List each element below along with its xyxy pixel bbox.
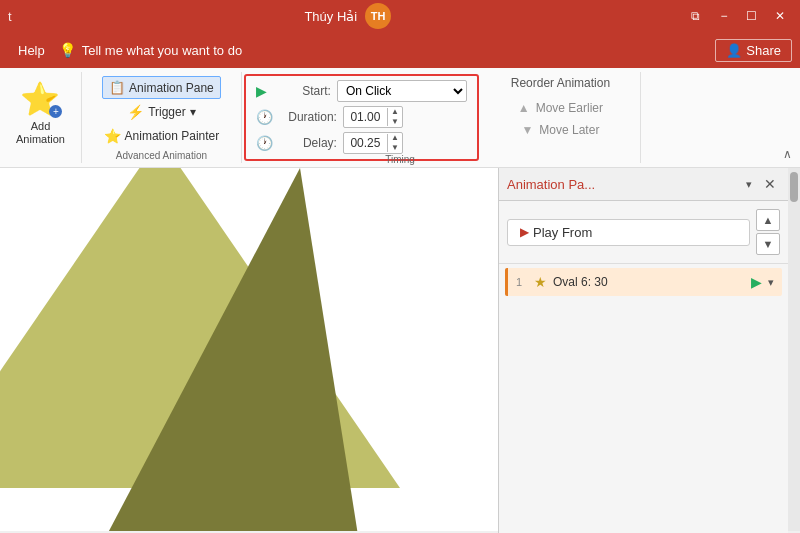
search-text: Tell me what you want to do [82,43,242,58]
animation-pane-header: Animation Pa... ▾ ✕ [499,168,788,201]
maximize-icon[interactable]: ☐ [740,4,764,28]
move-earlier-button[interactable]: ▲ Move Earlier [512,98,609,118]
lightbulb-icon: 💡 [59,42,76,58]
scrollbar[interactable] [788,168,800,531]
window-controls: ⧉ − ☐ ✕ [684,4,792,28]
duration-label: Duration: [279,110,337,124]
add-animation-button[interactable]: ⭐ + Add Animation [8,76,73,162]
animation-pane-toolbar: ▶ Play From ▲ ▼ [499,201,788,264]
user-info: Thúy Hải TH [304,3,391,29]
animation-pane-title: Animation Pa... [507,177,742,192]
advanced-animation-section: 📋 Animation Pane ⚡ Trigger ▾ ⭐ Animation… [82,72,242,163]
pane-move-up-button[interactable]: ▲ [756,209,780,231]
add-animation-label: Add Animation [16,120,65,146]
search-bar[interactable]: 💡 Tell me what you want to do [59,42,712,58]
play-from-button[interactable]: ▶ Play From [507,219,750,246]
reorder-section: Reorder Animation ▲ Move Earlier ▼ Move … [481,72,641,163]
animation-pane-button[interactable]: 📋 Animation Pane [102,76,221,99]
duration-value[interactable]: 01.00 [344,108,388,126]
menu-help[interactable]: Help [8,39,55,62]
clock-delay-icon: 🕐 [256,135,273,151]
timing-duration-row: 🕐 Duration: 01.00 ▲ ▼ [256,106,467,128]
anim-item-name: Oval 6: 30 [553,275,745,289]
delay-spinner: 00.25 ▲ ▼ [343,132,403,154]
play-from-label: Play From [533,225,592,240]
menubar: Help 💡 Tell me what you want to do 👤 Sha… [0,32,800,68]
move-later-button[interactable]: ▼ Move Later [515,120,605,140]
restore-icon[interactable]: ⧉ [684,4,708,28]
share-icon: 👤 [726,43,742,58]
ribbon: ⭐ + Add Animation 📋 Animation Pane ⚡ Tri… [0,68,800,168]
timing-start-row: ▶ Start: On Click With Previous After Pr… [256,80,467,102]
reorder-label: Reorder Animation [511,76,610,90]
pane-dropdown-icon[interactable]: ▾ [742,176,756,193]
anim-item-star-icon: ★ [534,274,547,290]
animation-items-list: 1 ★ Oval 6: 30 ▶ ▾ [499,264,788,300]
trigger-button[interactable]: ⚡ Trigger ▾ [121,101,202,123]
minimize-icon[interactable]: − [712,4,736,28]
share-button[interactable]: 👤 Share [715,39,792,62]
pane-move-down-button[interactable]: ▼ [756,233,780,255]
trigger-dropdown-icon: ▾ [190,105,196,119]
anim-item-arrow-icon[interactable]: ▾ [768,276,774,289]
move-earlier-icon: ▲ [518,101,530,115]
plus-icon: + [49,105,62,118]
anim-item-play-icon: ▶ [751,274,762,290]
app-name: t [8,9,12,24]
triangle-shape-2 [100,168,360,531]
add-animation-section: ⭐ + Add Animation [0,72,82,163]
delay-label: Delay: [279,136,337,150]
timing-section: ▶ Start: On Click With Previous After Pr… [244,74,479,161]
start-select[interactable]: On Click With Previous After Previous [337,80,467,102]
titlebar: t Thúy Hải TH ⧉ − ☐ ✕ [0,0,800,32]
anim-item-number: 1 [516,276,528,288]
ribbon-collapse-button[interactable]: ∧ [779,145,796,163]
avatar[interactable]: TH [365,3,391,29]
lightning-icon: ⚡ [127,104,144,120]
pane-close-icon[interactable]: ✕ [760,174,780,194]
play-from-icon: ▶ [520,225,529,239]
scrollbar-thumb[interactable] [790,172,798,202]
pane-controls: ▾ ✕ [742,174,780,194]
pane-reorder-buttons: ▲ ▼ [756,209,780,255]
close-icon[interactable]: ✕ [768,4,792,28]
start-label: Start: [273,84,331,98]
duration-spinner: 01.00 ▲ ▼ [343,106,403,128]
painter-icon: ⭐ [104,128,121,144]
delay-value[interactable]: 00.25 [344,134,388,152]
delay-down-button[interactable]: ▼ [388,143,402,153]
animation-painter-button[interactable]: ⭐ Animation Painter [98,125,226,147]
user-name: Thúy Hải [304,9,357,24]
delay-up-button[interactable]: ▲ [388,133,402,143]
duration-down-button[interactable]: ▼ [388,117,402,127]
animation-pane: Animation Pa... ▾ ✕ ▶ Play From ▲ ▼ 1 ★ … [498,168,788,533]
timing-section-label: Timing [0,154,800,165]
pane-icon: 📋 [109,80,125,95]
clock-duration-icon: 🕐 [256,109,273,125]
animation-list-item[interactable]: 1 ★ Oval 6: 30 ▶ ▾ [505,268,782,296]
move-later-icon: ▼ [521,123,533,137]
play-start-icon: ▶ [256,83,267,99]
main-area: Animation Pa... ▾ ✕ ▶ Play From ▲ ▼ 1 ★ … [0,168,800,533]
duration-up-button[interactable]: ▲ [388,107,402,117]
timing-delay-row: 🕐 Delay: 00.25 ▲ ▼ [256,132,467,154]
